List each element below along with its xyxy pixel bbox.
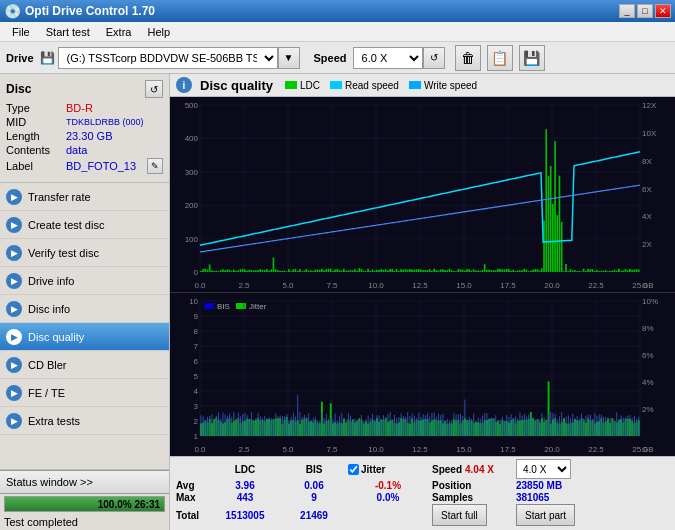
nav-cd-bler[interactable]: ▶ CD Bler (0, 351, 169, 379)
verify-test-disc-icon: ▶ (6, 245, 22, 261)
disc-quality-icon: ▶ (6, 329, 22, 345)
ldc-legend-label: LDC (300, 80, 320, 91)
speed-select-container: 4.0 X (516, 459, 669, 479)
nav-extra-tests[interactable]: ▶ Extra tests (0, 407, 169, 435)
cd-bler-icon: ▶ (6, 357, 22, 373)
nav-fe-te[interactable]: ▶ FE / TE (0, 379, 169, 407)
avg-label: Avg (176, 480, 206, 491)
extra-tests-icon: ▶ (6, 413, 22, 429)
start-full-button[interactable]: Start full (432, 504, 487, 526)
avg-bis: 0.06 (284, 480, 344, 491)
speed-select-small[interactable]: 4.0 X (516, 459, 571, 479)
speed-stat-value: 4.04 X (465, 464, 494, 475)
ldc-legend-color (285, 81, 297, 89)
total-ldc: 1513005 (210, 510, 280, 521)
erase-button[interactable]: 🗑 (455, 45, 481, 71)
nav-disc-quality-label: Disc quality (28, 331, 84, 343)
label-label: Label (6, 160, 66, 172)
total-label: Total (176, 510, 206, 521)
progress-label: 100.0% 26:31 (98, 497, 160, 513)
nav-drive-info[interactable]: ▶ Drive info (0, 267, 169, 295)
total-bis: 21469 (284, 510, 344, 521)
write-speed-legend-color (409, 81, 421, 89)
avg-ldc: 3.96 (210, 480, 280, 491)
nav-create-test-disc-label: Create test disc (28, 219, 104, 231)
progress-bar: 100.0% 26:31 (4, 496, 165, 512)
right-panel: i Disc quality LDC Read speed Write spee… (170, 74, 675, 530)
jitter-checkbox[interactable] (348, 464, 359, 475)
status-window-button[interactable]: Status window >> (0, 470, 169, 494)
nav-disc-info[interactable]: ▶ Disc info (0, 295, 169, 323)
read-speed-legend-label: Read speed (345, 80, 399, 91)
disc-section-title: Disc (6, 82, 31, 96)
menu-bar: File Start test Extra Help (0, 22, 675, 42)
transfer-rate-icon: ▶ (6, 189, 22, 205)
nav-drive-info-label: Drive info (28, 275, 74, 287)
speed-stat-label: Speed (432, 464, 462, 475)
jitter-header: Jitter (361, 464, 385, 475)
speed-select[interactable]: 6.0 X (353, 47, 423, 69)
minimize-button[interactable]: _ (619, 4, 635, 18)
nav-verify-test-disc-label: Verify test disc (28, 247, 99, 259)
jitter-header-container: Jitter (348, 464, 428, 475)
max-jitter: 0.0% (348, 492, 428, 503)
write-speed-legend-label: Write speed (424, 80, 477, 91)
test-completed-label: Test completed (0, 514, 169, 530)
drive-arrow-button[interactable]: ▼ (278, 47, 300, 69)
label-edit-button[interactable]: ✎ (147, 158, 163, 174)
type-value: BD-R (66, 102, 163, 114)
chart-top (170, 97, 675, 293)
nav-transfer-rate[interactable]: ▶ Transfer rate (0, 183, 169, 211)
window-controls: _ □ ✕ (619, 4, 671, 18)
ldc-header: LDC (210, 464, 280, 475)
maximize-button[interactable]: □ (637, 4, 653, 18)
copy-button[interactable]: 📋 (487, 45, 513, 71)
save-button[interactable]: 💾 (519, 45, 545, 71)
stats-table: LDC BIS Jitter Speed 4.04 X 4.0 X Avg (170, 456, 675, 530)
position-label: Position (432, 480, 512, 491)
fe-te-icon: ▶ (6, 385, 22, 401)
nav-disc-info-label: Disc info (28, 303, 70, 315)
nav-create-test-disc[interactable]: ▶ Create test disc (0, 211, 169, 239)
mid-label: MID (6, 116, 66, 128)
start-part-button[interactable]: Start part (516, 504, 575, 526)
speed-container: Speed 4.04 X (432, 464, 512, 475)
disc-quality-title: Disc quality (200, 78, 273, 93)
disc-quality-header: i Disc quality LDC Read speed Write spee… (170, 74, 675, 97)
charts-container (170, 97, 675, 456)
menu-extra[interactable]: Extra (98, 24, 140, 40)
max-label: Max (176, 492, 206, 503)
speed-label: Speed (314, 52, 347, 64)
menu-start-test[interactable]: Start test (38, 24, 98, 40)
mid-value: TDKBLDRBB (000) (66, 117, 163, 127)
label-value: BD_FOTO_13 (66, 160, 147, 172)
avg-jitter: -0.1% (348, 480, 428, 491)
main-area: Disc ↺ Type BD-R MID TDKBLDRBB (000) Len… (0, 74, 675, 530)
samples-label: Samples (432, 492, 512, 503)
disc-refresh-button[interactable]: ↺ (145, 80, 163, 98)
window-title: Opti Drive Control 1.70 (25, 4, 155, 18)
menu-file[interactable]: File (4, 24, 38, 40)
read-speed-legend-color (330, 81, 342, 89)
disc-info-section: Disc ↺ Type BD-R MID TDKBLDRBB (000) Len… (0, 74, 169, 183)
chart-bottom (170, 293, 675, 456)
nav-cd-bler-label: CD Bler (28, 359, 67, 371)
start-part-container: Start part (516, 504, 669, 526)
drive-label: Drive (6, 52, 34, 64)
length-label: Length (6, 130, 66, 142)
nav-disc-quality[interactable]: ▶ Disc quality (0, 323, 169, 351)
status-section: Status window >> 100.0% 26:31 Test compl… (0, 469, 169, 530)
title-bar: 💿 Opti Drive Control 1.70 _ □ ✕ (0, 0, 675, 22)
position-value: 23850 MB (516, 480, 669, 491)
type-label: Type (6, 102, 66, 114)
nav-extra-tests-label: Extra tests (28, 415, 80, 427)
speed-arrow-button[interactable]: ↺ (423, 47, 445, 69)
disc-quality-header-icon: i (176, 77, 192, 93)
close-button[interactable]: ✕ (655, 4, 671, 18)
contents-label: Contents (6, 144, 66, 156)
drive-info-icon: ▶ (6, 273, 22, 289)
length-value: 23.30 GB (66, 130, 163, 142)
drive-select[interactable]: (G:) TSSTcorp BDDVDW SE-506BB TS00 (58, 47, 278, 69)
menu-help[interactable]: Help (139, 24, 178, 40)
nav-verify-test-disc[interactable]: ▶ Verify test disc (0, 239, 169, 267)
